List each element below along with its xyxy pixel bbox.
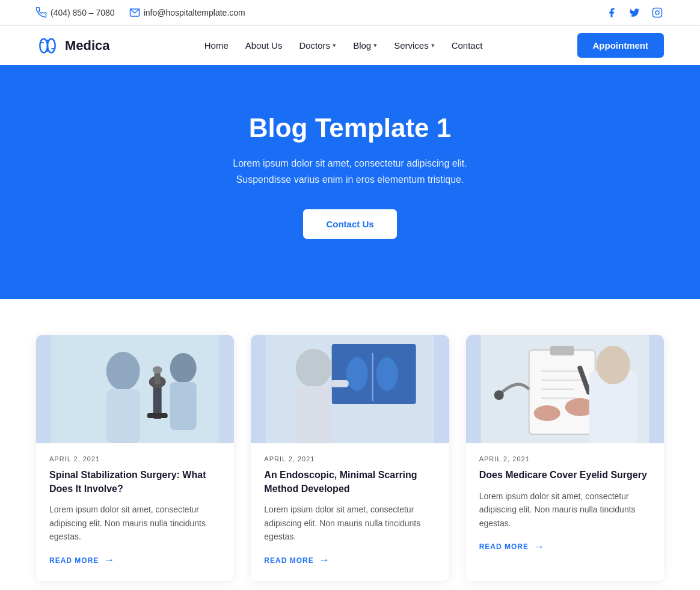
blog-card-2-date: APRIL 2, 2021 <box>264 455 435 462</box>
svg-point-4 <box>40 38 48 52</box>
blog-card-3-readmore[interactable]: READ MORE → <box>479 541 651 553</box>
blog-card-1-readmore[interactable]: READ MORE → <box>49 554 221 567</box>
svg-rect-31 <box>529 350 595 434</box>
hero-title: Blog Template 1 <box>24 113 676 143</box>
logo-icon <box>36 34 59 57</box>
blog-card-2-image <box>251 335 449 443</box>
topbar-social <box>605 6 664 19</box>
blog-card-3: APRIL 2, 2021 Does Medicare Cover Eyelid… <box>466 335 664 581</box>
blog-card-3-title: Does Medicare Cover Eyelid Surgery <box>479 469 651 482</box>
blog-card-1-date: APRIL 2, 2021 <box>49 455 221 462</box>
arrow-icon-2: → <box>319 554 330 567</box>
phone-icon <box>36 7 47 18</box>
navbar: Medica Home About Us Doctors ▾ Blog ▾ Se… <box>0 26 700 65</box>
arrow-icon-1: → <box>103 554 115 567</box>
svg-point-42 <box>596 346 630 384</box>
mail-icon <box>129 7 140 18</box>
nav-services-label: Services <box>394 40 429 51</box>
hero-subtitle-line1: Lorem ipsum dolor sit amet, consectetur … <box>233 158 467 168</box>
nav-home-label: Home <box>204 40 229 51</box>
blog-card-1-title: Spinal Stabilization Surgery: What Does … <box>49 469 221 496</box>
phone-item: (404) 850 – 7080 <box>36 7 115 18</box>
svg-point-40 <box>494 390 503 400</box>
nav-home[interactable]: Home <box>204 40 229 51</box>
contact-us-button[interactable]: Contact Us <box>303 209 396 239</box>
doctors-chevron-icon: ▾ <box>333 41 336 49</box>
blog-card-2-title: An Endoscopic, Minimal Scarring Method D… <box>264 469 435 496</box>
appointment-button[interactable]: Appointment <box>577 33 664 58</box>
topbar: (404) 850 – 7080 info@hospitaltemplate.c… <box>0 0 700 26</box>
logo[interactable]: Medica <box>36 34 110 57</box>
blog-card-2-body: APRIL 2, 2021 An Endoscopic, Minimal Sca… <box>251 443 449 581</box>
svg-rect-1 <box>653 8 662 17</box>
blog-card-3-image <box>466 335 664 443</box>
facebook-icon[interactable] <box>605 6 618 19</box>
email-item: info@hospitaltemplate.com <box>129 7 245 18</box>
blog-chevron-icon: ▾ <box>373 41 377 49</box>
nav-doctors-label: Doctors <box>299 40 330 51</box>
svg-rect-27 <box>296 386 332 443</box>
svg-rect-32 <box>550 346 574 355</box>
nav-contact[interactable]: Contact <box>452 40 483 51</box>
svg-point-39 <box>533 405 560 421</box>
nav-links: Home About Us Doctors ▾ Blog ▾ Services … <box>204 40 483 51</box>
hero-section: Blog Template 1 Lorem ipsum dolor sit am… <box>0 65 700 299</box>
svg-point-17 <box>153 366 162 373</box>
nav-services[interactable]: Services ▾ <box>394 40 435 51</box>
blog-card-1-body: APRIL 2, 2021 Spinal Stabilization Surge… <box>36 443 234 581</box>
blog-card-1-image <box>36 335 234 443</box>
blog-card-3-date: APRIL 2, 2021 <box>479 455 651 462</box>
blog-grid: APRIL 2, 2021 Spinal Stabilization Surge… <box>36 335 664 581</box>
svg-point-3 <box>659 10 660 11</box>
svg-rect-15 <box>147 413 168 418</box>
blog-card-2-readmore[interactable]: READ MORE → <box>264 554 435 567</box>
read-more-label-1: READ MORE <box>49 556 99 565</box>
svg-point-11 <box>106 352 140 390</box>
blog-card-2-excerpt: Lorem ipsum dolor sit amet, consectetur … <box>264 503 435 543</box>
svg-point-18 <box>170 353 197 383</box>
topbar-left: (404) 850 – 7080 info@hospitaltemplate.c… <box>36 7 245 18</box>
blog-card-1: APRIL 2, 2021 Spinal Stabilization Surge… <box>36 335 234 581</box>
nav-blog[interactable]: Blog ▾ <box>353 40 377 51</box>
svg-rect-28 <box>331 380 349 387</box>
arrow-icon-3: → <box>533 541 545 553</box>
hero-subtitle-line2: Suspendisse varius enim in eros elementu… <box>236 174 464 185</box>
svg-point-23 <box>346 357 368 391</box>
read-more-label-2: READ MORE <box>264 556 313 565</box>
svg-point-5 <box>48 38 55 52</box>
blog-card-2: APRIL 2, 2021 An Endoscopic, Minimal Sca… <box>251 335 449 581</box>
phone-number: (404) 850 – 7080 <box>51 8 115 17</box>
nav-contact-label: Contact <box>452 40 483 51</box>
hero-subtitle: Lorem ipsum dolor sit amet, consectetur … <box>24 155 676 188</box>
svg-rect-12 <box>106 389 140 443</box>
read-more-label-3: READ MORE <box>479 542 529 551</box>
blog-card-1-excerpt: Lorem ipsum dolor sit amet, consectetur … <box>49 503 221 543</box>
blog-card-3-body: APRIL 2, 2021 Does Medicare Cover Eyelid… <box>466 443 664 568</box>
svg-rect-19 <box>170 382 197 430</box>
logo-text: Medica <box>65 38 110 54</box>
nav-about-label: About Us <box>245 40 283 51</box>
twitter-icon[interactable] <box>628 6 641 19</box>
services-chevron-icon: ▾ <box>431 41 435 49</box>
blog-card-3-excerpt: Lorem ipsum dolor sit amet, consectetur … <box>479 490 651 530</box>
svg-point-26 <box>296 349 332 387</box>
svg-point-24 <box>376 357 398 391</box>
svg-rect-22 <box>332 344 416 404</box>
email-address: info@hospitaltemplate.com <box>144 8 245 17</box>
nav-blog-label: Blog <box>353 40 371 51</box>
instagram-icon[interactable] <box>651 6 664 19</box>
svg-point-2 <box>655 11 659 14</box>
blog-section: APRIL 2, 2021 Spinal Stabilization Surge… <box>0 299 700 590</box>
nav-doctors[interactable]: Doctors ▾ <box>299 40 336 51</box>
nav-about[interactable]: About Us <box>245 40 283 51</box>
